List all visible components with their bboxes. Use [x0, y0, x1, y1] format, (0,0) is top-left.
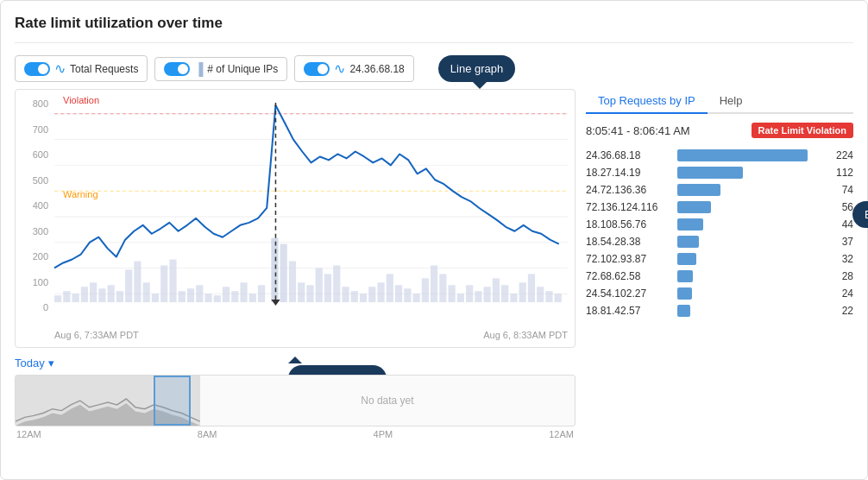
- toggle-total-requests[interactable]: ∿ Total Requests: [15, 55, 148, 82]
- svg-rect-16: [116, 291, 123, 302]
- svg-rect-46: [387, 274, 393, 302]
- bar-container: [677, 218, 822, 231]
- ip-address: 24.72.136.36: [586, 184, 672, 196]
- x-label-end: Aug 6, 8:33AM PDT: [483, 330, 568, 340]
- bar-count: 22: [827, 305, 853, 317]
- svg-rect-41: [342, 287, 349, 302]
- page-title: Rate limit utilization over time: [15, 15, 853, 43]
- ip-address: 24.54.102.27: [586, 287, 672, 300]
- tab-help[interactable]: Help: [708, 89, 755, 114]
- svg-rect-61: [519, 282, 526, 302]
- svg-rect-19: [143, 282, 150, 302]
- y-label-200: 200: [16, 251, 48, 262]
- svg-rect-36: [298, 282, 305, 302]
- y-label-800: 800: [16, 98, 48, 109]
- timeline-empty: No data yet: [200, 376, 575, 426]
- bar-count: 32: [827, 253, 853, 265]
- svg-rect-14: [98, 288, 105, 302]
- today-button[interactable]: Today ▾: [15, 357, 54, 369]
- timeline-bar[interactable]: No data yet: [15, 375, 576, 426]
- bar-fill: [677, 201, 711, 213]
- toggle-label-2: # of Unique IPs: [207, 63, 278, 75]
- bar-count: 28: [827, 270, 853, 282]
- line-icon-3: ∿: [334, 60, 345, 77]
- bar-container: [677, 305, 822, 317]
- toggle-unique-ips[interactable]: ▐ # of Unique IPs: [154, 57, 287, 81]
- y-label-0: 0: [16, 302, 48, 313]
- bar-count: 37: [827, 236, 853, 248]
- ip-row: 24.54.102.27 24: [586, 285, 853, 302]
- svg-rect-54: [457, 294, 464, 302]
- svg-rect-65: [555, 294, 562, 302]
- svg-rect-59: [501, 285, 508, 302]
- svg-rect-64: [545, 291, 552, 302]
- callout-line-graph: Line graph: [438, 55, 515, 82]
- toggle-label-3: 24.36.68.18: [349, 63, 404, 75]
- toggle-switch-2: [164, 62, 190, 76]
- svg-rect-13: [90, 282, 97, 302]
- timeline-x-12am2: 12AM: [549, 429, 574, 439]
- y-label-600: 600: [16, 149, 48, 160]
- toggle-switch-1: [24, 62, 50, 76]
- bar-fill: [677, 287, 692, 300]
- no-data-label: No data yet: [361, 395, 413, 407]
- svg-rect-63: [537, 287, 544, 302]
- line-graph-callout-wrapper: Line graph: [438, 55, 515, 82]
- svg-rect-52: [439, 274, 446, 302]
- timeline-callout-container: Timeline graph: [288, 350, 302, 363]
- chart-inner[interactable]: [54, 98, 568, 313]
- svg-rect-47: [395, 285, 402, 302]
- svg-rect-30: [240, 282, 247, 302]
- timeline-section: Today ▾ Timeline graph: [15, 357, 576, 439]
- svg-rect-21: [160, 265, 167, 302]
- svg-rect-45: [377, 282, 384, 302]
- svg-rect-49: [412, 294, 419, 302]
- svg-rect-56: [475, 291, 481, 302]
- bar-count: 224: [827, 149, 853, 161]
- svg-rect-57: [484, 287, 491, 302]
- bar-container: [677, 236, 822, 248]
- bar-count: 74: [827, 184, 853, 196]
- y-label-300: 300: [16, 226, 48, 237]
- x-label-start: Aug 6, 7:33AM PDT: [54, 330, 139, 340]
- toggle-ip-filter[interactable]: ∿ 24.36.68.18: [294, 55, 413, 82]
- timeline-selector[interactable]: [154, 376, 191, 426]
- svg-rect-38: [316, 268, 323, 302]
- chart-area: 800 700 600 500 400 300 200 100 0 Violat…: [15, 89, 576, 439]
- svg-rect-44: [368, 287, 375, 302]
- tab-top-requests[interactable]: Top Requests by IP: [586, 89, 708, 114]
- svg-rect-17: [125, 269, 132, 302]
- line-icon-1: ∿: [54, 60, 66, 77]
- bar-container: [677, 253, 822, 265]
- svg-rect-51: [431, 265, 437, 302]
- right-tabs: Top Requests by IP Help: [586, 89, 853, 114]
- toggle-switch-3: [304, 62, 330, 76]
- svg-rect-15: [108, 285, 115, 302]
- svg-rect-39: [324, 274, 331, 302]
- svg-rect-37: [306, 285, 313, 302]
- svg-rect-24: [187, 288, 194, 302]
- svg-rect-53: [449, 285, 456, 302]
- bar-container: [677, 201, 822, 213]
- svg-rect-48: [404, 288, 411, 302]
- bar-container: [677, 270, 822, 282]
- right-panel: Top Requests by IP Help 8:05:41 - 8:06:4…: [586, 89, 853, 439]
- ip-address: 72.68.62.58: [586, 270, 672, 282]
- ip-address: 18.54.28.38: [586, 236, 672, 248]
- svg-rect-29: [231, 291, 238, 302]
- bar-container: [677, 149, 822, 161]
- svg-rect-26: [204, 294, 211, 302]
- bar-count: 112: [827, 167, 853, 179]
- bar-container: [677, 167, 822, 179]
- svg-rect-22: [169, 259, 176, 302]
- bar-fill: [677, 149, 808, 161]
- ip-row: 18.54.28.38 37: [586, 233, 853, 250]
- ip-row: 24.36.68.18 224: [586, 147, 853, 164]
- time-range-row: 8:05:41 - 8:06:41 AM Rate Limit Violatio…: [586, 123, 853, 138]
- svg-rect-42: [351, 291, 358, 302]
- timeline-callout-wrapper: Timeline graph: [288, 350, 302, 363]
- ip-address: 18.108.56.76: [586, 218, 672, 231]
- chart-svg: [54, 98, 568, 313]
- timeline-x-4pm: 4PM: [374, 429, 393, 439]
- controls-bar: ∿ Total Requests ▐ # of Unique IPs ∿ 24.…: [15, 55, 853, 82]
